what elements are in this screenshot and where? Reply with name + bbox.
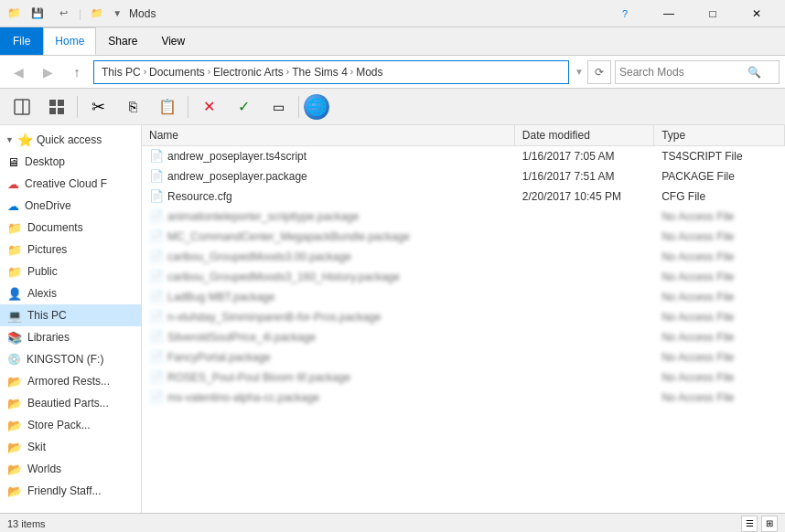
rename-btn[interactable]: ✓ <box>227 91 260 122</box>
folder2-icon: 📂 <box>7 397 22 410</box>
refresh-btn[interactable]: ⟳ <box>587 60 611 84</box>
undo-btn[interactable]: ↩ <box>53 4 73 24</box>
help-btn[interactable]: ? <box>604 0 646 27</box>
sidebar-label-folder1: Armored Rests... <box>27 375 110 388</box>
tab-share[interactable]: Share <box>96 27 149 55</box>
file-row-cfg[interactable]: 📄 Resource.cfg 2/20/2017 10:45 PM CFG Fi… <box>142 186 785 207</box>
file-date-package: 1/16/2017 7:51 AM <box>515 170 654 183</box>
view-details-btn[interactable]: ☰ <box>741 516 758 532</box>
window-icon: 📁 <box>7 6 22 21</box>
paste-btn[interactable]: 📋 <box>151 91 184 122</box>
col-header-name[interactable]: Name <box>142 125 515 145</box>
sidebar-item-public[interactable]: 📁 Public <box>0 261 141 282</box>
libraries-icon: 📚 <box>7 331 22 345</box>
sidebar-label-kingston: KINGSTON (F:) <box>27 353 103 366</box>
sidebar-label-pictures: Pictures <box>27 243 67 256</box>
folder-btn[interactable]: 📁 <box>87 4 107 24</box>
close-btn[interactable]: ✕ <box>736 0 778 27</box>
creative-cloud-icon: ☁ <box>7 177 19 191</box>
change-view-btn[interactable] <box>40 91 73 122</box>
title-bar: 📁 💾 ↩ | 📁 ▼ Mods ? — □ ✕ <box>0 0 785 27</box>
cut-btn[interactable]: ✂ <box>81 91 114 122</box>
copy-btn[interactable]: ⎘ <box>116 91 149 122</box>
col-header-type[interactable]: Type <box>654 125 785 145</box>
sidebar-item-onedrive[interactable]: ☁ OneDrive <box>0 195 141 217</box>
file-row-blurred-6[interactable]: 📄 n-xtuhday_SimminparenB-for-Pros.packag… <box>142 307 785 327</box>
quick-access-header[interactable]: ▼ ⭐ Quick access <box>0 129 141 151</box>
folder4-icon: 📂 <box>7 441 22 454</box>
sidebar-label-thispc: This PC <box>27 309 67 322</box>
ribbon: File Home Share View <box>0 27 785 56</box>
file-row-blurred-4[interactable]: 📄 caribou_GroupedMoods3_160_History.pack… <box>142 267 785 287</box>
sidebar-label-public: Public <box>27 265 58 278</box>
quick-save-btn[interactable]: 💾 <box>27 4 48 24</box>
sidebar-label-documents: Documents <box>27 221 83 234</box>
file-row-blurred-10[interactable]: 📄 ms-valentino-alpha-cc.package No Acces… <box>142 388 785 408</box>
tab-home[interactable]: Home <box>43 27 96 55</box>
minimize-btn[interactable]: — <box>648 0 690 27</box>
network-btn[interactable]: 🌐 <box>303 93 330 121</box>
ribbon-tabs: File Home Share View <box>0 27 785 55</box>
sidebar-item-kingston[interactable]: 💿 KINGSTON (F:) <box>0 348 141 370</box>
file-list: Name Date modified Type 📄 andrew_posepla… <box>142 125 785 513</box>
divider-1 <box>77 96 78 118</box>
sidebar-item-desktop[interactable]: 🖥 Desktop <box>0 151 141 173</box>
sidebar-label-folder5: Worlds <box>27 463 61 475</box>
sidebar-item-thispc[interactable]: 💻 This PC <box>0 304 141 326</box>
preview-pane-btn[interactable] <box>5 91 38 122</box>
forward-btn[interactable]: ▶ <box>35 60 60 84</box>
sidebar-item-libraries[interactable]: 📚 Libraries <box>0 326 141 348</box>
toolbar: ✂ ⎘ 📋 ✕ ✓ ▭ 🌐 <box>0 89 785 125</box>
sidebar-label-folder2: Beautied Parts... <box>27 397 109 410</box>
sidebar-item-folder2[interactable]: 📂 Beautied Parts... <box>0 392 141 414</box>
sidebar-label-onedrive: OneDrive <box>25 199 71 212</box>
blurred8-icon: 📄 <box>149 350 164 364</box>
rename2-btn[interactable]: ▭ <box>262 91 295 122</box>
file-row-ts4script[interactable]: 📄 andrew_poseplayer.ts4script 1/16/2017 … <box>142 146 785 166</box>
sidebar-item-folder4[interactable]: 📂 Skit <box>0 436 141 458</box>
search-input[interactable] <box>619 66 747 79</box>
package-file-icon: 📄 <box>149 169 164 183</box>
sidebar-item-folder5[interactable]: 📂 Worlds <box>0 458 141 480</box>
file-row-blurred-1[interactable]: 📄 animationteleporter_scripttype.package… <box>142 207 785 227</box>
col-header-date[interactable]: Date modified <box>515 125 654 145</box>
address-path[interactable]: This PC › Documents › Electronic Arts › … <box>93 60 569 84</box>
file-row-blurred-8[interactable]: 📄 FancyPortal.package No Access File <box>142 347 785 367</box>
address-bar: ◀ ▶ ↑ This PC › Documents › Electronic A… <box>0 56 785 89</box>
file-row-blurred-5[interactable]: 📄 LadBug MBT.package No Access File <box>142 287 785 307</box>
blurred10-icon: 📄 <box>149 390 164 404</box>
sidebar-label-creativecloud: Creative Cloud F <box>25 177 107 190</box>
tab-view[interactable]: View <box>149 27 197 55</box>
maximize-btn[interactable]: □ <box>692 0 734 27</box>
status-right: ☰ ⊞ <box>741 516 778 532</box>
sidebar-item-folder3[interactable]: 📂 Store Pack... <box>0 414 141 436</box>
blurred7-icon: 📄 <box>149 330 164 344</box>
user-icon: 👤 <box>7 287 22 301</box>
file-list-header: Name Date modified Type <box>142 125 785 146</box>
sidebar-item-folder6[interactable]: 📂 Friendly Staff... <box>0 480 141 502</box>
sidebar-item-alexis[interactable]: 👤 Alexis <box>0 282 141 304</box>
sidebar-item-pictures[interactable]: 📁 Pictures <box>0 239 141 261</box>
back-btn[interactable]: ◀ <box>5 60 31 84</box>
file-row-blurred-2[interactable]: 📄 MC_CommandCenter_MegapackBundle.packag… <box>142 227 785 247</box>
file-row-blurred-9[interactable]: 📄 ROSES_Poul-Poul Bloom 6f.package No Ac… <box>142 367 785 388</box>
sidebar-item-documents[interactable]: 📁 Documents <box>0 217 141 239</box>
desktop-icon: 🖥 <box>7 155 19 169</box>
public-icon: 📁 <box>7 265 22 279</box>
sidebar-item-folder1[interactable]: 📂 Armored Rests... <box>0 370 141 392</box>
sidebar-item-creativecloud[interactable]: ☁ Creative Cloud F <box>0 173 141 195</box>
quick-access-icon: ⭐ <box>17 133 33 147</box>
delete-btn[interactable]: ✕ <box>192 91 225 122</box>
view-icons-btn[interactable]: ⊞ <box>761 516 778 532</box>
search-icon: 🔍 <box>747 66 761 79</box>
sidebar-label-folder4: Skit <box>27 441 46 453</box>
file-row-blurred-7[interactable]: 📄 SilveroldSoulPrice_4l.package No Acces… <box>142 327 785 347</box>
sidebar-label-desktop: Desktop <box>25 155 65 168</box>
file-row-blurred-3[interactable]: 📄 caribou_GroupedMoods3.00.package No Ac… <box>142 247 785 267</box>
blurred1-icon: 📄 <box>149 209 164 223</box>
svg-rect-3 <box>58 100 64 106</box>
up-btn[interactable]: ↑ <box>64 60 90 84</box>
file-row-package[interactable]: 📄 andrew_poseplayer.package 1/16/2017 7:… <box>142 166 785 186</box>
file-type-cfg: CFG File <box>654 190 785 203</box>
tab-file[interactable]: File <box>0 27 43 55</box>
